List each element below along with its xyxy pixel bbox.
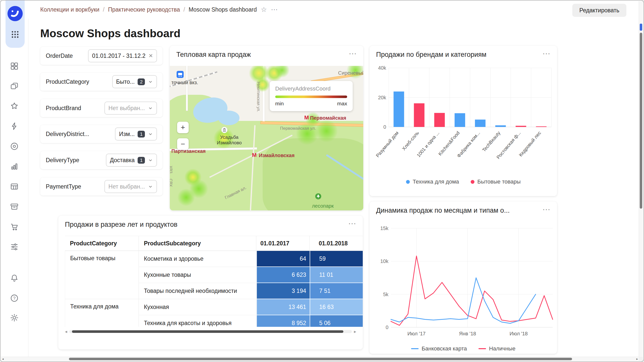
filter-value: Доставка (110, 157, 135, 164)
bar-chart-title: Продажи по брендам и категориям (376, 51, 487, 59)
edit-button[interactable]: Редактировать (572, 4, 626, 17)
scroll-left-icon[interactable]: ◂ (2, 357, 4, 361)
bar-chart-canvas[interactable]: 020k40kРазумный домХлеб-соль1001 и одна … (372, 64, 554, 177)
zoom-out-button[interactable]: − (177, 138, 189, 150)
heatmap-title: Тепловая карта продаж (176, 51, 251, 59)
map-label-park: лесопарк (312, 203, 334, 209)
bar-category-label: Разумный дом (375, 130, 399, 158)
column-header: ProductCategory (65, 236, 139, 251)
bar[interactable] (434, 113, 445, 127)
page-hscrollbar[interactable]: ◂ ▸ (1, 357, 639, 361)
value-cell: 16 63 (310, 299, 363, 315)
line-chart-canvas[interactable]: Июл '17Янв '18Июл '1805k10k15k (372, 222, 554, 339)
settings-icon[interactable] (10, 313, 19, 322)
filter-label: ProductBrand (46, 105, 81, 112)
app-window: ? Коллекции и воркбуки / Практические ру… (0, 0, 644, 362)
legend-item[interactable]: Техника для дома (406, 178, 459, 185)
legend-item[interactable]: Банковская карта (411, 345, 467, 352)
chevron-down-icon (148, 158, 153, 163)
line-chart-card: Динамика продаж по месяцам и типам о... … (370, 202, 557, 354)
breadcrumb: Коллекции и воркбуки / Практические руко… (40, 6, 257, 13)
legend-label: Наличные (489, 345, 515, 352)
x-axis-label: Июл '17 (407, 331, 425, 336)
datasets-icon[interactable] (10, 182, 19, 191)
subcategory-cell: Кухонные товары (139, 267, 256, 283)
sidebar: ? (1, 1, 28, 361)
filter-value: 01.01.2017 - 31.12.2 (92, 53, 145, 59)
legend-item[interactable]: Бытовые товары (471, 178, 521, 185)
column-header: ProductSubcategory (139, 236, 256, 251)
table-hscroll-track[interactable] (69, 330, 352, 333)
marketplace-icon[interactable] (10, 222, 19, 231)
scroll-left-icon[interactable]: ◂ (65, 329, 67, 334)
more-menu-icon[interactable]: ⋯ (271, 6, 278, 14)
scroll-right-icon[interactable]: ▸ (354, 329, 356, 334)
widget-menu-icon[interactable]: ⋯ (542, 49, 550, 58)
sales-table-viewport: ProductCategory ProductSubcategory 01.01… (65, 236, 363, 327)
bar[interactable] (455, 113, 465, 127)
dashboards-icon[interactable] (10, 62, 19, 71)
product-category-select[interactable]: Быто... 2 (112, 75, 157, 88)
apps-grid-icon[interactable] (11, 30, 19, 40)
help-icon[interactable]: ? (10, 294, 19, 303)
sales-table-card: Продажи в разрезе лет и продуктов ⋯ Prod… (58, 216, 363, 349)
connections-icon[interactable] (10, 122, 19, 131)
charts-icon[interactable] (10, 162, 19, 171)
svg-text:15k: 15k (380, 225, 389, 231)
category-cell: Бытовые товары (65, 251, 139, 299)
storage-icon[interactable] (10, 202, 19, 211)
bar[interactable] (414, 103, 424, 127)
delivery-district-select[interactable]: Изм... 1 (115, 127, 157, 141)
legend-color-dot (471, 180, 474, 184)
services-icon[interactable] (10, 142, 19, 151)
widget-menu-icon[interactable]: ⋯ (348, 219, 356, 228)
filter-value: Быто... (116, 78, 135, 85)
filter-order-date: OrderDate 01.01.2017 - 31.12.2 ✕ (40, 47, 163, 65)
breadcrumb-guides[interactable]: Практические руководства (108, 6, 180, 13)
bar[interactable] (475, 120, 486, 127)
park-icon (315, 193, 321, 201)
widget-menu-icon[interactable]: ⋯ (542, 205, 550, 214)
line-chart-title: Динамика продаж по месяцам и типам о... (376, 207, 510, 214)
breadcrumb-collections[interactable]: Коллекции и воркбуки (40, 6, 99, 13)
payment-type-select[interactable]: Нет выбран... (104, 180, 157, 193)
count-badge: 2 (138, 78, 145, 85)
order-date-select[interactable]: 01.01.2017 - 31.12.2 ✕ (88, 49, 157, 62)
table-hscroll-thumb[interactable] (72, 330, 343, 333)
collections-icon[interactable] (10, 81, 19, 90)
breadcrumb-separator: / (103, 6, 104, 13)
map-label-street: Первомайская ул. (280, 126, 316, 131)
bar[interactable] (393, 92, 404, 127)
clear-icon[interactable]: ✕ (148, 53, 153, 59)
vscroll-marker (640, 24, 642, 31)
page-vscrollbar[interactable] (639, 1, 643, 357)
delivery-type-select[interactable]: Доставка 1 (106, 154, 157, 167)
settings-panel-icon[interactable] (10, 242, 19, 251)
svg-text:?: ? (13, 296, 16, 301)
page-vscroll-thumb[interactable] (640, 33, 642, 209)
favorite-star-icon[interactable]: ☆ (261, 6, 267, 14)
bar[interactable] (516, 126, 526, 127)
zoom-in-button[interactable]: + (177, 122, 189, 133)
datalens-logo-icon[interactable] (7, 5, 23, 23)
breadcrumb-separator: / (183, 6, 185, 13)
value-cell: 8 952 (256, 315, 310, 327)
bar[interactable] (536, 126, 547, 127)
scroll-right-icon[interactable]: ▸ (636, 357, 638, 361)
bar[interactable] (495, 125, 506, 127)
widget-menu-icon[interactable]: ⋯ (349, 49, 357, 58)
favorites-icon[interactable] (10, 102, 19, 111)
heatmap-canvas[interactable]: точный вкз. Сиреневый Никитинская ул. М … (170, 66, 363, 210)
map-forest-area (263, 138, 363, 211)
bar-chart-card: Продажи по брендам и категориям ⋯ 020k40… (370, 46, 557, 196)
product-brand-select[interactable]: Нет выбран... (104, 102, 157, 115)
line-series[interactable] (391, 256, 553, 325)
notifications-icon[interactable] (10, 274, 19, 283)
map-road (186, 66, 188, 111)
line-chart-legend: Банковская картаНаличные (370, 345, 557, 352)
map-label-metro: Партизанская (171, 148, 206, 154)
page-hscroll-thumb[interactable] (69, 358, 572, 360)
legend-item[interactable]: Наличные (478, 345, 515, 352)
x-axis-label: Янв '18 (459, 331, 476, 336)
column-header: 01.01.2018 (310, 236, 363, 251)
